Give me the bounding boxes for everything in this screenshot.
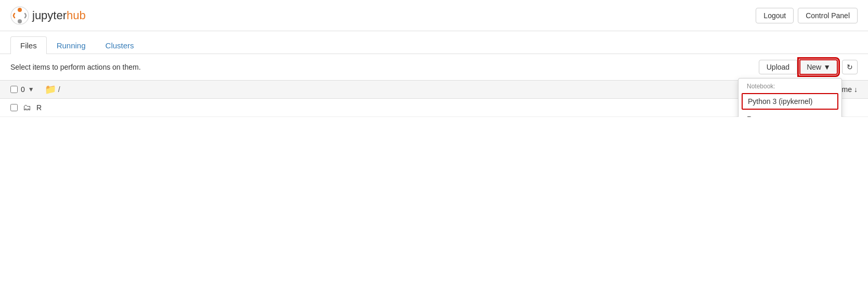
upload-button[interactable]: Upload <box>759 60 797 74</box>
new-button[interactable]: New ▼ <box>799 59 838 75</box>
file-type-icon: 🗂 <box>23 103 31 112</box>
notebook-section-label: Notebook: <box>739 78 841 92</box>
logout-button[interactable]: Logout <box>756 8 794 23</box>
tab-running[interactable]: Running <box>47 36 96 54</box>
breadcrumb: 📁 / <box>45 84 60 95</box>
tab-files[interactable]: Files <box>10 36 47 54</box>
toolbar-right: Upload New ▼ ↻ Notebook: Python 3 (ipyke… <box>759 59 858 75</box>
svg-point-2 <box>18 19 22 23</box>
refresh-button[interactable]: ↻ <box>842 60 858 74</box>
new-dropdown-arrow: ▼ <box>823 63 831 71</box>
new-menu-python3[interactable]: Python 3 (ipykernel) <box>742 93 838 110</box>
refresh-icon: ↻ <box>847 63 853 71</box>
new-menu-r[interactable]: R <box>739 111 841 117</box>
count-dropdown-arrow[interactable]: ▼ <box>28 86 34 93</box>
tab-clusters[interactable]: Clusters <box>96 36 144 54</box>
col-name-sort-arrow[interactable]: ↓ <box>854 85 858 94</box>
select-all-checkbox[interactable] <box>10 86 18 93</box>
file-name[interactable]: R <box>36 103 42 112</box>
select-hint: Select items to perform actions on them. <box>10 63 141 71</box>
folder-icon: 📁 <box>45 84 56 95</box>
new-dropdown-menu: Notebook: Python 3 (ipykernel) R Other: … <box>738 78 842 117</box>
header-checkbox-area: 0 ▼ <box>10 85 34 94</box>
logo: jupyterhub <box>10 6 86 25</box>
header-buttons: Logout Control Panel <box>756 8 858 23</box>
svg-point-1 <box>18 8 22 12</box>
file-checkbox[interactable] <box>10 104 18 111</box>
jupyterhub-logo-icon <box>10 6 29 25</box>
control-panel-button[interactable]: Control Panel <box>798 8 858 23</box>
new-button-label: New <box>807 63 821 71</box>
item-count: 0 <box>21 85 25 94</box>
breadcrumb-root: / <box>58 85 60 94</box>
header: jupyterhub Logout Control Panel <box>0 0 868 31</box>
logo-text: jupyterhub <box>32 9 86 22</box>
tabs-bar: Files Running Clusters <box>0 31 868 54</box>
toolbar: Select items to perform actions on them.… <box>0 54 868 80</box>
